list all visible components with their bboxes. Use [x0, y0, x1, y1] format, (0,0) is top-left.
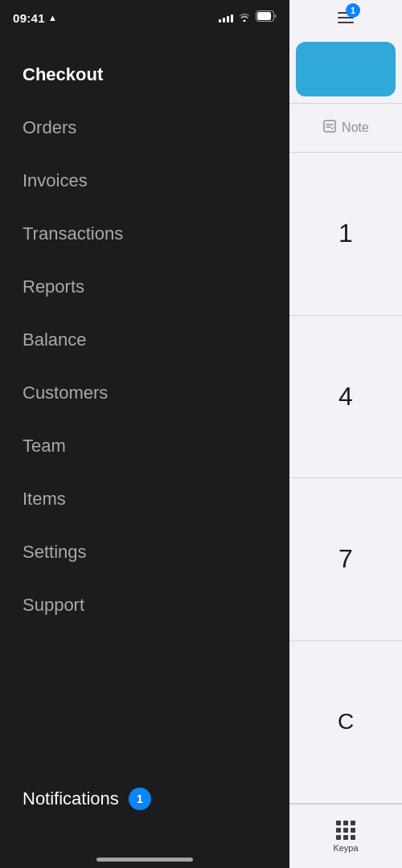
- menu-button[interactable]: 1: [330, 2, 362, 34]
- note-icon: [322, 119, 337, 137]
- notifications-label: Notifications: [23, 788, 119, 809]
- home-indicator: [96, 858, 193, 862]
- right-panel: 1 Note 1 4 7 C: [289, 0, 402, 868]
- drawer-item-label: Invoices: [23, 170, 88, 190]
- sidebar-item-reports[interactable]: Reports: [0, 260, 289, 313]
- keypad-grid: 1 4 7 C: [289, 153, 402, 804]
- sidebar-item-invoices[interactable]: Invoices: [0, 154, 289, 207]
- drawer-menu-list: Checkout Orders Invoices Transactions Re…: [0, 0, 289, 632]
- keypad-row-4: C: [289, 641, 402, 805]
- signal-icon: [219, 13, 233, 23]
- keypad-row-2: 4: [289, 316, 402, 479]
- keypad-row-3: 7: [289, 478, 402, 641]
- notifications-badge: 1: [129, 788, 151, 810]
- drawer-item-label: Support: [23, 595, 84, 615]
- keypad-grid-icon: [336, 821, 355, 840]
- svg-rect-1: [257, 12, 271, 20]
- drawer-item-label: Customers: [23, 383, 108, 403]
- time-display: 09:41: [13, 11, 45, 25]
- right-panel-header: 1: [289, 0, 402, 35]
- status-icons: [219, 10, 277, 25]
- drawer-item-label: Reports: [23, 276, 84, 297]
- sidebar-item-customers[interactable]: Customers: [0, 366, 289, 420]
- drawer-item-label: Balance: [23, 330, 87, 350]
- battery-icon: [256, 10, 277, 25]
- sidebar-item-items[interactable]: Items: [0, 473, 289, 526]
- keypad-row-1: 1: [289, 153, 402, 316]
- keypad-key-4[interactable]: 4: [289, 316, 402, 479]
- keypad-key-7[interactable]: 7: [289, 478, 402, 641]
- keypad-label: Keypa: [333, 843, 358, 853]
- status-bar: 09:41 ▲: [0, 0, 289, 35]
- svg-rect-2: [324, 121, 335, 132]
- drawer-item-label: Team: [23, 436, 66, 456]
- keypad-key-1[interactable]: 1: [289, 153, 402, 316]
- drawer-item-label: Orders: [23, 117, 76, 137]
- keypad-key-clear[interactable]: C: [289, 641, 402, 805]
- sidebar-item-orders[interactable]: Orders: [0, 101, 289, 154]
- sidebar-item-transactions[interactable]: Transactions: [0, 207, 289, 260]
- navigation-drawer: Checkout Orders Invoices Transactions Re…: [0, 0, 289, 868]
- menu-badge: 1: [346, 3, 360, 18]
- drawer-item-label: Settings: [23, 542, 87, 562]
- checkout-card[interactable]: [296, 42, 396, 96]
- notifications-item[interactable]: Notifications 1: [0, 772, 289, 826]
- wifi-icon: [238, 11, 251, 24]
- drawer-item-label: Items: [23, 489, 66, 509]
- note-button[interactable]: Note: [289, 104, 402, 152]
- drawer-item-label: Transactions: [23, 223, 123, 244]
- location-icon: ▲: [48, 13, 57, 23]
- sidebar-item-settings[interactable]: Settings: [0, 526, 289, 579]
- status-time: 09:41 ▲: [13, 11, 57, 25]
- note-label: Note: [342, 121, 369, 135]
- keypad-toggle-button[interactable]: Keypa: [289, 804, 402, 868]
- sidebar-item-balance[interactable]: Balance: [0, 313, 289, 366]
- drawer-item-label: Checkout: [23, 64, 103, 84]
- sidebar-item-support[interactable]: Support: [0, 579, 289, 632]
- sidebar-item-checkout[interactable]: Checkout: [0, 48, 289, 101]
- sidebar-item-team[interactable]: Team: [0, 420, 289, 473]
